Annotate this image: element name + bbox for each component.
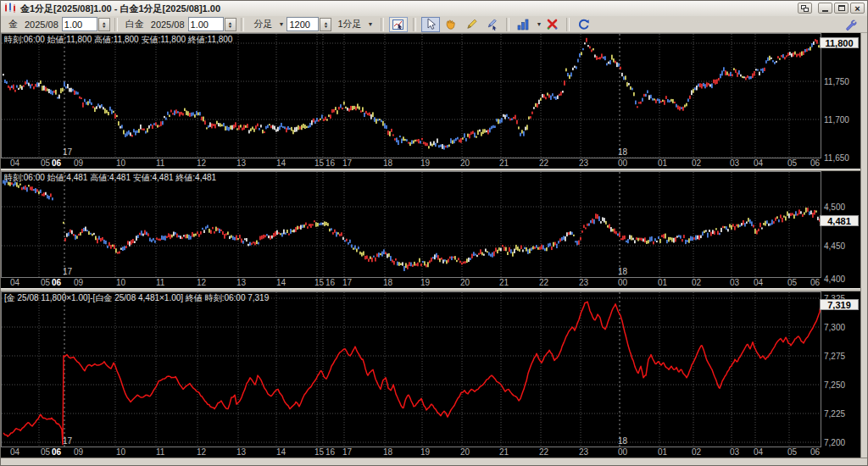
delete-drawings-button[interactable] (542, 17, 561, 32)
price-tick-label: 7,200 (824, 438, 845, 447)
gold-candle-chart[interactable]: 時刻:06:00 始値:11,800 高値:11,800 安値:11,800 終… (1, 33, 821, 158)
bar-count-input[interactable] (287, 17, 319, 31)
chart-window: 金1分足[2025/08]1.00 - 白金1分足[2025/08]1.00 ×… (0, 0, 868, 466)
time-axis-label: 05 (41, 447, 50, 457)
time-axis-label: 20 (460, 447, 470, 457)
pen-cursor-icon (485, 18, 498, 31)
platinum-candle-panel: 時刻:06:00 始値:4,481 高値:4,481 安値:4,481 終値:4… (1, 171, 860, 288)
app-chart-icon (3, 3, 17, 14)
date-marker-label: 18 (618, 147, 627, 157)
time-axis-label: 20 (460, 158, 470, 168)
spread-price-axis: 7,3257,3007,2757,2507,2257,2007,319 (821, 291, 860, 458)
close-button[interactable]: × (850, 3, 865, 14)
time-axis-label: 06 (810, 158, 820, 168)
toolbar-separator (114, 18, 118, 31)
chevron-down-icon: ▼ (368, 21, 374, 27)
time-axis-label: 15 (314, 158, 324, 168)
price-tick-label: 4,400 (824, 275, 845, 284)
chevron-down-icon: ▼ (279, 21, 285, 27)
data-window-tool-button[interactable] (389, 17, 408, 32)
time-axis-label: 19 (420, 278, 430, 287)
time-axis-label: 00 (618, 447, 627, 457)
time-axis-label: 09 (74, 158, 83, 168)
time-axis-label: 01 (658, 447, 667, 457)
spread-line-panel: [金 25/08 11,800×1.00]-[白金 25/08 4,481×1.… (1, 291, 860, 458)
time-axis-label: 00 (618, 158, 627, 168)
maximize-button[interactable] (834, 3, 849, 14)
time-axis-label: 16 (326, 278, 335, 287)
gold-ratio-spinner[interactable]: ▲▼ (98, 18, 110, 31)
spread-line-chart[interactable]: [金 25/08 11,800×1.00]-[白金 25/08 4,481×1.… (1, 291, 821, 447)
time-axis-label: 03 (730, 447, 739, 457)
candlestick-plot-svg (2, 172, 821, 277)
price-tick-label: 7,300 (824, 323, 845, 332)
current-price-box: 11,800 (820, 37, 859, 48)
platinum-info-line: 時刻:06:00 始値:4,481 高値:4,481 安値:4,481 終値:4… (4, 172, 216, 184)
bar-count-spinner[interactable]: ▲▼ (320, 18, 331, 31)
toolbar-separator (506, 18, 509, 31)
gold-ratio-input[interactable] (62, 17, 97, 31)
time-axis-label: 05 (787, 158, 797, 168)
date-marker-label: 18 (618, 267, 627, 276)
period-type-dropdown[interactable]: 分足▼ (251, 18, 285, 31)
pencil-icon (465, 18, 478, 31)
time-axis-label: 11 (156, 447, 164, 457)
float-window-button[interactable] (798, 3, 812, 14)
time-axis-label: 06 (810, 278, 820, 287)
time-axis-label: 12 (197, 447, 206, 457)
toolbar: 金 2025/08 ▲▼ 白金 2025/08 ▲▼ 分足▼ ▲▼ 1分足▼ (1, 16, 867, 33)
minimize-button[interactable] (818, 3, 832, 14)
price-tick-label: 4,500 (824, 202, 845, 212)
pan-hand-tool-button[interactable] (442, 17, 460, 32)
pencil-draw-tool-button[interactable] (462, 17, 481, 32)
platinum-ratio-spinner[interactable]: ▲▼ (225, 18, 236, 31)
window-title: 金1分足[2025/08]1.00 - 白金1分足[2025/08]1.00 (20, 3, 220, 15)
settings-wrench-icon[interactable] (843, 18, 857, 35)
title-bar[interactable]: 金1分足[2025/08]1.00 - 白金1分足[2025/08]1.00 × (1, 1, 867, 17)
platinum-candle-chart[interactable]: 時刻:06:00 始値:4,481 高値:4,481 安値:4,481 終値:4… (1, 171, 821, 278)
toolbar-separator (566, 18, 570, 31)
time-axis-label: 23 (579, 447, 588, 457)
time-axis-label: 04 (10, 447, 19, 457)
toolbar-separator (241, 18, 244, 31)
time-axis-label: 05 (787, 278, 797, 287)
time-axis-label: 13 (236, 447, 246, 457)
line-plot-svg (2, 292, 821, 447)
date-marker-label: 17 (63, 147, 72, 157)
price-tick-label: 7,275 (824, 352, 845, 361)
data-window-icon (392, 18, 405, 31)
date-marker-label: 17 (63, 267, 72, 276)
platinum-ratio-input[interactable] (188, 17, 224, 31)
bar-chart-icon (517, 18, 530, 31)
time-axis-label: 03 (730, 278, 739, 287)
time-axis-label: 04 (754, 447, 763, 457)
time-axis-label: 20 (460, 278, 470, 287)
time-axis-label: 00 (618, 278, 627, 287)
chart-type-button[interactable] (515, 17, 533, 32)
date-marker-label: 17 (63, 436, 72, 446)
chart-type-dropdown-arrow[interactable]: ▼ (537, 21, 542, 27)
time-axis-label: 14 (276, 278, 286, 287)
time-axis-label: 21 (499, 447, 509, 457)
select-tool-button[interactable] (421, 17, 440, 32)
time-axis-label: 11 (156, 278, 164, 287)
price-tick-label: 7,225 (824, 409, 845, 419)
date-marker-label: 18 (618, 436, 627, 446)
refresh-button[interactable] (575, 17, 593, 32)
time-axis-label: 19 (420, 447, 430, 457)
timeframe-dropdown[interactable]: 1分足▼ (334, 18, 373, 31)
time-axis-label: 01 (658, 278, 667, 287)
time-axis-label: 12 (197, 278, 206, 287)
gold-time-axis: 0405060910111213141516171819202122230001… (1, 158, 821, 169)
time-axis-label: 04 (754, 158, 763, 168)
time-axis-label: 19 (420, 158, 430, 168)
gold-contract-month: 2025/08 (25, 19, 58, 30)
time-axis-label: 18 (383, 158, 392, 168)
time-axis-label: 10 (116, 158, 125, 168)
pen-select-tool-button[interactable] (482, 17, 501, 32)
time-axis-label: 18 (383, 447, 392, 457)
time-axis-label: 15 (314, 278, 324, 287)
time-axis-label: 10 (116, 447, 125, 457)
time-axis-label: 16 (326, 158, 335, 168)
chart-region: 時刻:06:00 始値:11,800 高値:11,800 安値:11,800 終… (1, 33, 860, 458)
